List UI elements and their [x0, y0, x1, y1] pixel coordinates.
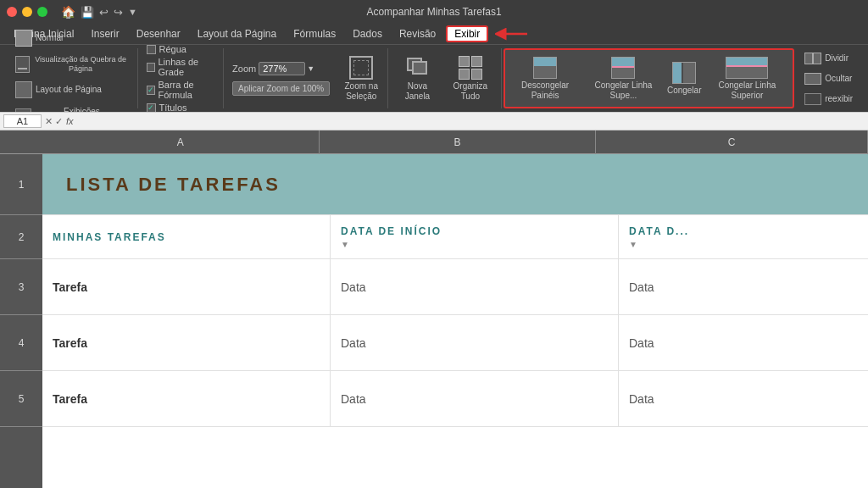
formula-bar-checkbox[interactable]: ✓ Barra de Fórmula [147, 80, 217, 100]
headers-row: MINHAS TAREFAS DATA DE INÍCIO ▼ DATA D..… [42, 215, 868, 259]
menu-item-layout[interactable]: Layout da Página [191, 26, 283, 42]
title-row: LISTA DE TAREFAS [42, 154, 868, 215]
row-num-5[interactable]: 5 [0, 371, 42, 427]
unfreeze-btn[interactable]: Descongelar Painéis [509, 53, 581, 104]
menu-item-exibir[interactable]: Exibir [446, 25, 488, 42]
split-label: Dividir [825, 53, 849, 64]
redo-icon[interactable]: ↪ [114, 6, 123, 19]
unhide-btn[interactable]: reexibir [799, 90, 858, 108]
formula-bar-label: Barra de Fórmula [159, 80, 217, 100]
close-button[interactable] [7, 7, 17, 17]
menu-item-desenhar[interactable]: Desenhar [130, 26, 187, 42]
data-cell-3-start[interactable]: Data [331, 259, 619, 314]
row-num-1[interactable]: 1 [0, 154, 42, 215]
row-num-4[interactable]: 4 [0, 315, 42, 371]
minimize-button[interactable] [22, 7, 32, 17]
unhide-label: reexibir [825, 94, 853, 104]
app-window: 🏠 💾 ↩ ↪ ▼ Acompanhar Minhas Tarefas1 Pág… [0, 0, 868, 488]
menu-item-dados[interactable]: Dados [346, 26, 389, 42]
row-num-2[interactable]: 2 [0, 215, 42, 259]
arrange-all-btn[interactable]: Organiza Tudo [443, 53, 498, 105]
header-cell-start-date[interactable]: DATA DE INÍCIO ▼ [331, 215, 619, 258]
formula-input[interactable] [77, 115, 865, 127]
freeze-top-icon [611, 57, 635, 79]
title-bar: 🏠 💾 ↩ ↪ ▼ Acompanhar Minhas Tarefas1 [0, 0, 868, 24]
page-break-icon [15, 56, 30, 73]
unfreeze-icon [533, 57, 557, 79]
ribbon-toolbar: Normal Visualização da Quebra de Página … [0, 44, 868, 112]
menu-bar: Página Inicial Inserir Desenhar Layout d… [0, 24, 868, 44]
menu-item-formulas[interactable]: Fórmulas [287, 26, 342, 42]
undo-icon[interactable]: ↩ [99, 6, 108, 19]
gridlines-label: Linhas de Grade [159, 57, 217, 77]
header-end-date-text: DATA D... [629, 225, 689, 237]
zoom-label: Zoom [232, 64, 256, 74]
fullscreen-button[interactable] [37, 7, 47, 17]
data-cell-4-task[interactable]: Tarefa [42, 315, 331, 370]
freeze-group: Descongelar Painéis Congelar Linha Supe.… [504, 48, 794, 108]
show-checkboxes: ✓ Régua ✓ Linhas de Grade ✓ Barra de Fór… [143, 41, 220, 116]
header-cell-task[interactable]: MINHAS TAREFAS [42, 215, 331, 258]
zoom-selection-label: Zoom na Seleção [343, 81, 379, 102]
view-group: Normal Visualização da Quebra de Página … [7, 48, 138, 108]
zoom-dropdown-icon[interactable]: ▼ [307, 64, 314, 73]
menu-item-inserir[interactable]: Inserir [84, 26, 125, 42]
data-cell-4-end[interactable]: Data [619, 315, 868, 370]
freeze-top-btn[interactable]: Congelar Linha Supe... [583, 53, 664, 104]
traffic-lights [7, 7, 47, 17]
zoom-selection-btn[interactable]: Zoom na Seleção [338, 53, 384, 105]
split-icon [804, 53, 821, 64]
col-header-a[interactable]: A [42, 130, 320, 154]
freeze-top-row-icon [726, 57, 768, 79]
data-cell-5-task[interactable]: Tarefa [42, 371, 331, 426]
apply-zoom-btn[interactable]: Aplicar Zoom de 100% [232, 81, 330, 96]
grid-area: 1 2 3 4 5 LISTA DE TAREFAS MINHAS TAREFA… [0, 154, 868, 488]
row-num-3[interactable]: 3 [0, 259, 42, 315]
new-window-label: Nova Janela [398, 81, 436, 102]
normal-icon [15, 30, 32, 47]
window-title: Acompanhar Minhas Tarefas1 [366, 6, 501, 18]
page-layout-btn[interactable]: Layout de Página [10, 78, 107, 102]
normal-view-btn[interactable]: Normal [10, 26, 68, 50]
hide-btn[interactable]: Ocultar [799, 69, 857, 88]
data-cell-5-start[interactable]: Data [331, 371, 619, 426]
header-start-date-dropdown[interactable]: ▼ [341, 240, 349, 249]
fx-label: fx [66, 116, 74, 126]
split-btn[interactable]: Dividir [799, 49, 854, 68]
col-header-b[interactable]: B [320, 130, 597, 154]
data-cell-3-task[interactable]: Tarefa [42, 259, 331, 314]
zoom-controls: Zoom ▼ Aplicar Zoom de 100% [229, 58, 333, 99]
freeze-first-btn[interactable]: Congelar [665, 58, 704, 99]
new-window-btn[interactable]: Nova Janela [393, 53, 441, 105]
freeze-top-row-btn[interactable]: Congelar Linha Superior [705, 53, 790, 104]
freeze-top-row-label: Congelar Linha Superior [710, 80, 785, 101]
freeze-top-label: Congelar Linha Supe... [588, 80, 659, 101]
save-icon[interactable]: 💾 [81, 6, 94, 19]
spreadsheet-container: A B C 1 2 3 4 5 LISTA DE TAREFAS [0, 130, 868, 488]
ruler-label: Régua [159, 44, 186, 54]
page-break-btn[interactable]: Visualização da Quebra de Página [10, 52, 134, 77]
row-number-header [0, 130, 42, 153]
zoom-input[interactable] [259, 62, 305, 75]
ruler-checkbox[interactable]: ✓ Régua [147, 44, 217, 54]
data-cell-3-end[interactable]: Data [619, 259, 868, 314]
cell-reference[interactable] [3, 114, 42, 128]
new-window-icon [405, 56, 429, 80]
hide-icon [804, 73, 821, 85]
column-headers: A B C [0, 130, 868, 154]
formula-bar: ✕✓ fx [0, 112, 868, 130]
data-cell-4-start[interactable]: Data [331, 315, 619, 370]
title-cell[interactable]: LISTA DE TAREFAS [42, 154, 868, 214]
header-end-date-dropdown[interactable]: ▼ [629, 240, 637, 249]
row-numbers: 1 2 3 4 5 [0, 154, 42, 488]
gridlines-checkbox[interactable]: ✓ Linhas de Grade [147, 57, 217, 77]
menu-item-revisao[interactable]: Revisão [392, 26, 442, 42]
grid: LISTA DE TAREFAS MINHAS TAREFAS DATA DE … [42, 154, 868, 488]
col-header-c[interactable]: C [596, 130, 868, 154]
home-icon[interactable]: 🏠 [61, 5, 75, 19]
data-cell-5-end[interactable]: Data [619, 371, 868, 426]
more-icon[interactable]: ▼ [128, 7, 137, 17]
header-cell-end-date[interactable]: DATA D... ▼ [619, 215, 868, 258]
task-5-end: Data [629, 392, 654, 406]
task-3-label: Tarefa [53, 280, 87, 294]
